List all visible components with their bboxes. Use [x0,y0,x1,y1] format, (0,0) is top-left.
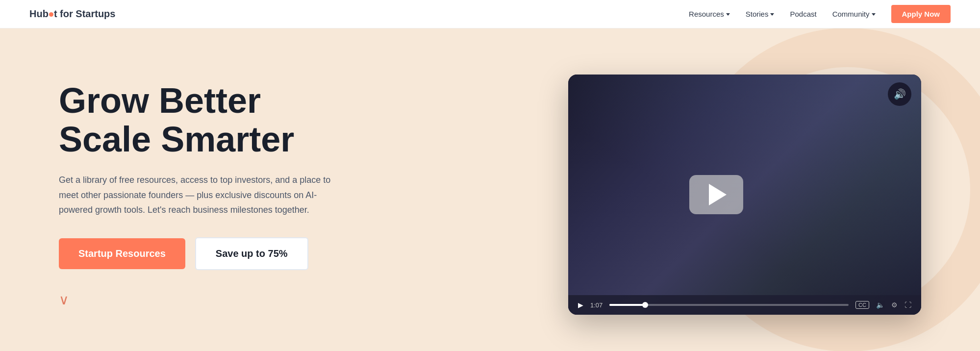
nav-link-community[interactable]: Community [832,10,876,18]
hero-buttons: Startup Resources Save up to 75% [59,237,333,270]
hero-description: Get a library of free resources, access … [59,173,333,218]
video-progress-fill [609,304,645,306]
video-fullscreen-icon[interactable]: ⛶ [905,301,911,309]
nav-item-resources[interactable]: Resources [689,10,730,18]
chevron-down-icon [770,13,774,16]
chevron-down-icon [726,13,730,16]
video-cc-button[interactable]: CC [855,301,869,309]
nav-link-stories[interactable]: Stories [746,10,775,18]
video-content [568,75,921,315]
video-progress-dot [642,302,648,308]
video-play-button[interactable] [689,175,743,214]
video-controls: ▶ 1:07 CC 🔈 ⚙ ⛶ [568,295,921,315]
nav-links: Resources Stories Podcast Community Appl… [689,5,951,23]
apply-now-button[interactable]: Apply Now [891,5,951,23]
nav-item-community[interactable]: Community [832,10,876,18]
nav-link-resources[interactable]: Resources [689,10,730,18]
video-player: 🔊 ▶ 1:07 CC 🔈 ⚙ ⛶ [568,75,921,315]
video-progress-bar[interactable] [609,304,849,306]
hero-content: Grow Better Scale Smarter Get a library … [59,81,333,308]
logo-text: Hubt for Startups [29,8,115,20]
video-sound-button[interactable]: 🔊 [888,82,911,106]
video-settings-icon[interactable]: ⚙ [891,301,898,309]
chevron-down-icon [872,13,876,16]
video-timestamp: 1:07 [590,301,603,309]
nav-item-apply[interactable]: Apply Now [891,5,951,23]
play-triangle-icon [709,184,727,205]
save-button[interactable]: Save up to 75% [195,237,308,270]
site-logo: Hubt for Startups [29,8,115,20]
startup-resources-button[interactable]: Startup Resources [59,238,185,269]
sound-icon: 🔊 [894,88,906,100]
scroll-down-icon[interactable]: ∨ [59,292,333,308]
video-play-pause-button[interactable]: ▶ [578,301,583,309]
video-volume-icon[interactable]: 🔈 [876,301,884,309]
navigation: Hubt for Startups Resources Stories Podc… [0,0,980,28]
nav-link-podcast[interactable]: Podcast [790,10,816,18]
hero-section: Grow Better Scale Smarter Get a library … [0,28,980,351]
nav-item-stories[interactable]: Stories [746,10,775,18]
nav-item-podcast[interactable]: Podcast [790,10,816,18]
hero-title: Grow Better Scale Smarter [59,81,333,159]
hero-video: 🔊 ▶ 1:07 CC 🔈 ⚙ ⛶ [568,75,921,315]
video-background [568,75,921,315]
